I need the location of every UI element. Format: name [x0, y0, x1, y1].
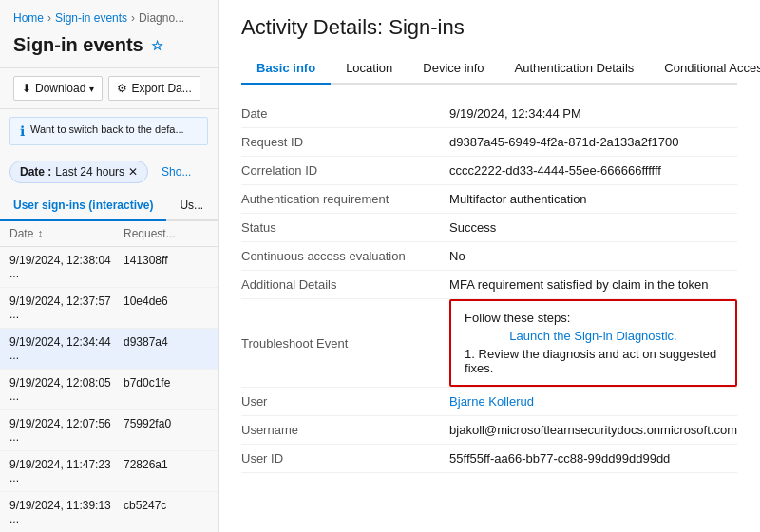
cell-req: b7d0c1fe: [124, 376, 208, 403]
sort-icon: ↕: [37, 227, 43, 240]
field-value: bjakoll@microsoftlearnsecuritydocs.onmic…: [449, 416, 737, 445]
detail-row: Username bjakoll@microsoftlearnsecurityd…: [241, 416, 737, 445]
field-value: 55ff55ff-aa66-bb77-cc88-99dd99dd99dd: [449, 445, 737, 473]
date-filter-tag[interactable]: Date : Last 24 hours ✕: [10, 161, 148, 183]
detail-row: Additional Details MFA requirement satis…: [241, 271, 737, 299]
troubleshoot-label: Troubleshoot Event: [241, 299, 449, 388]
cell-req: cb5247c: [124, 499, 208, 525]
detail-title: Activity Details: Sign-ins: [241, 15, 737, 40]
page-title: Sign-in events ☆: [0, 32, 218, 67]
field-label: Status: [241, 214, 449, 242]
col-date-label: Date: [10, 227, 33, 240]
field-value: d9387a45-6949-4f2a-871d-2a133a2f1700: [449, 128, 737, 157]
table-row[interactable]: 9/19/2024, 12:38:04 ... 141308ff: [0, 247, 218, 288]
troubleshoot-note: 1. Review the diagnosis and act on sugge…: [465, 347, 722, 375]
field-value: Success: [449, 214, 737, 242]
table-row[interactable]: 9/19/2024, 11:39:13 ... cb5247c: [0, 492, 218, 532]
breadcrumb-current: Diagno...: [139, 11, 184, 25]
field-value: cccc2222-dd33-4444-55ee-666666ffffff: [449, 157, 737, 185]
troubleshoot-follow-text: Follow these steps:: [465, 311, 722, 325]
close-icon[interactable]: ✕: [128, 165, 138, 179]
cell-req: 141308ff: [124, 254, 208, 280]
col-req-header: Request...: [124, 227, 208, 240]
field-label: User ID: [241, 445, 449, 473]
cell-date: 9/19/2024, 11:39:13 ...: [10, 499, 124, 525]
table-row[interactable]: 9/19/2024, 11:47:23 ... 72826a1: [0, 451, 218, 492]
cell-date: 9/19/2024, 12:34:44 ...: [10, 335, 124, 362]
detail-row: Status Success: [241, 214, 737, 242]
detail-row: Continuous access evaluation No: [241, 242, 737, 271]
field-link[interactable]: Bjarne Kollerud: [449, 394, 534, 408]
detail-tab-authentication-details[interactable]: Authentication Details: [500, 53, 650, 83]
detail-tabs: Basic infoLocationDevice infoAuthenticat…: [241, 53, 737, 85]
show-button[interactable]: Sho...: [154, 162, 199, 182]
left-panel: Home › Sign-in events › Diagno... Sign-i…: [0, 0, 218, 532]
field-label: Date: [241, 100, 449, 128]
cell-req: 72826a1: [124, 458, 208, 484]
info-banner: ℹ Want to switch back to the defa...: [10, 117, 208, 145]
export-label: Export Da...: [131, 82, 191, 95]
breadcrumb-sep2: ›: [131, 11, 135, 25]
table-row[interactable]: 9/19/2024, 12:08:05 ... b7d0c1fe: [0, 370, 218, 410]
field-value: Bjarne Kollerud: [449, 388, 737, 416]
cell-date: 9/19/2024, 12:08:05 ...: [10, 376, 124, 403]
cell-req: 10e4de6: [124, 294, 208, 321]
table-row[interactable]: 9/19/2024, 12:07:56 ... 75992fa0: [0, 410, 218, 451]
table-header: Date ↕ Request...: [0, 221, 218, 247]
export-button[interactable]: ⚙ Export Da...: [108, 76, 200, 101]
table-row[interactable]: 9/19/2024, 12:37:57 ... 10e4de6: [0, 288, 218, 329]
detail-table: Date 9/19/2024, 12:34:44 PM Request ID d…: [241, 100, 737, 473]
table-row[interactable]: 9/19/2024, 12:34:44 ... d9387a4: [0, 329, 218, 370]
breadcrumb-sep1: ›: [48, 11, 51, 25]
breadcrumb: Home › Sign-in events › Diagno...: [0, 0, 218, 32]
chevron-down-icon: ▾: [89, 84, 94, 94]
field-value: MFA requirement satisfied by claim in th…: [449, 271, 737, 299]
detail-row: Request ID d9387a45-6949-4f2a-871d-2a133…: [241, 128, 737, 157]
toolbar: ⬇ Download ▾ ⚙ Export Da...: [0, 67, 218, 109]
filter-value: Last 24 hours: [55, 165, 124, 179]
info-icon: ℹ: [20, 124, 25, 139]
left-tabs: User sign-ins (interactive) Us...: [0, 191, 218, 221]
field-label: Request ID: [241, 128, 449, 157]
filter-row: Date : Last 24 hours ✕ Sho...: [0, 153, 218, 191]
field-label: Additional Details: [241, 271, 449, 299]
tab-other-signin[interactable]: Us...: [166, 191, 217, 219]
download-icon: ⬇: [22, 82, 31, 95]
gear-icon: ⚙: [117, 82, 127, 95]
cell-req: d9387a4: [124, 335, 208, 362]
download-button[interactable]: ⬇ Download ▾: [13, 76, 103, 101]
detail-tab-conditional-access[interactable]: Conditional Access: [649, 53, 760, 83]
filter-prefix: Date :: [20, 165, 51, 179]
breadcrumb-signin[interactable]: Sign-in events: [55, 11, 127, 25]
detail-row: Correlation ID cccc2222-dd33-4444-55ee-6…: [241, 157, 737, 185]
detail-row: User ID 55ff55ff-aa66-bb77-cc88-99dd99dd…: [241, 445, 737, 473]
detail-row: Authentication requirement Multifactor a…: [241, 185, 737, 214]
cell-req: 75992fa0: [124, 417, 208, 444]
field-value: No: [449, 242, 737, 271]
cell-date: 9/19/2024, 12:38:04 ...: [10, 254, 124, 280]
tab-interactive-signin[interactable]: User sign-ins (interactive): [0, 191, 166, 221]
troubleshoot-content: Follow these steps: Launch the Sign-in D…: [449, 299, 737, 388]
page-title-text: Sign-in events: [13, 34, 143, 56]
col-date-header[interactable]: Date ↕: [10, 227, 124, 240]
cell-date: 9/19/2024, 12:07:56 ...: [10, 417, 124, 444]
troubleshoot-row: Troubleshoot Event Follow these steps: L…: [241, 299, 737, 388]
launch-diagnostic-link[interactable]: Launch the Sign-in Diagnostic.: [465, 329, 722, 343]
detail-row: Date 9/19/2024, 12:34:44 PM: [241, 100, 737, 128]
detail-tab-location[interactable]: Location: [331, 53, 408, 83]
breadcrumb-home[interactable]: Home: [13, 11, 44, 25]
pin-icon[interactable]: ☆: [151, 38, 163, 53]
field-value: 9/19/2024, 12:34:44 PM: [449, 100, 737, 128]
detail-row: User Bjarne Kollerud: [241, 388, 737, 416]
field-label: Continuous access evaluation: [241, 242, 449, 271]
detail-tab-basic-info[interactable]: Basic info: [241, 53, 331, 85]
download-label: Download: [35, 82, 86, 95]
field-label: Correlation ID: [241, 157, 449, 185]
field-label: User: [241, 388, 449, 416]
detail-tab-device-info[interactable]: Device info: [408, 53, 499, 83]
cell-date: 9/19/2024, 12:37:57 ...: [10, 294, 124, 321]
field-label: Authentication requirement: [241, 185, 449, 214]
right-panel: Activity Details: Sign-ins Basic infoLoc…: [218, 0, 760, 532]
table-body: 9/19/2024, 12:38:04 ... 141308ff 9/19/20…: [0, 247, 218, 532]
cell-date: 9/19/2024, 11:47:23 ...: [10, 458, 124, 484]
